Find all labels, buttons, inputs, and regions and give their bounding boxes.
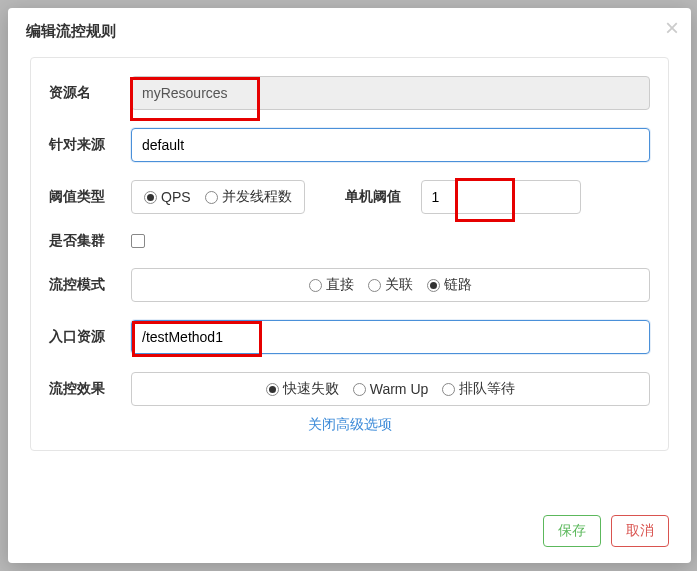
radio-dot-icon <box>205 191 218 204</box>
threshold-type-radio-group: QPS 并发线程数 <box>131 180 305 214</box>
advanced-toggle-row: 关闭高级选项 <box>49 416 650 434</box>
label-entry: 入口资源 <box>49 328 131 346</box>
row-cluster: 是否集群 <box>49 232 650 250</box>
radio-label: QPS <box>161 189 191 205</box>
radio-dot-icon <box>144 191 157 204</box>
label-single-threshold: 单机阈值 <box>345 188 401 206</box>
radio-label: Warm Up <box>370 381 429 397</box>
radio-label: 直接 <box>326 276 354 294</box>
radio-mode-direct[interactable]: 直接 <box>309 276 354 294</box>
radio-label: 并发线程数 <box>222 188 292 206</box>
radio-dot-icon <box>266 383 279 396</box>
cluster-checkbox[interactable] <box>131 234 145 248</box>
radio-label: 排队等待 <box>459 380 515 398</box>
label-origin: 针对来源 <box>49 136 131 154</box>
row-threshold: 阈值类型 QPS 并发线程数 单机阈值 <box>49 180 650 214</box>
label-mode: 流控模式 <box>49 276 131 294</box>
row-origin: 针对来源 <box>49 128 650 162</box>
edit-flow-rule-modal: 编辑流控规则 × 资源名 针对来源 阈值类型 <box>8 8 691 563</box>
row-effect: 流控效果 快速失败 Warm Up 排队等待 <box>49 372 650 406</box>
modal-header: 编辑流控规则 × <box>8 8 691 51</box>
label-cluster: 是否集群 <box>49 232 131 250</box>
mode-radio-group: 直接 关联 链路 <box>131 268 650 302</box>
radio-label: 链路 <box>444 276 472 294</box>
radio-label: 快速失败 <box>283 380 339 398</box>
modal-body: 资源名 针对来源 阈值类型 QPS <box>8 51 691 501</box>
cancel-button[interactable]: 取消 <box>611 515 669 547</box>
resource-input <box>131 76 650 110</box>
close-advanced-link[interactable]: 关闭高级选项 <box>308 416 392 432</box>
row-mode: 流控模式 直接 关联 链路 <box>49 268 650 302</box>
save-button[interactable]: 保存 <box>543 515 601 547</box>
modal-footer: 保存 取消 <box>8 501 691 563</box>
radio-dot-icon <box>427 279 440 292</box>
entry-resource-input[interactable] <box>131 320 650 354</box>
radio-dot-icon <box>309 279 322 292</box>
radio-mode-relate[interactable]: 关联 <box>368 276 413 294</box>
row-entry: 入口资源 <box>49 320 650 354</box>
effect-radio-group: 快速失败 Warm Up 排队等待 <box>131 372 650 406</box>
label-resource: 资源名 <box>49 84 131 102</box>
radio-qps[interactable]: QPS <box>144 189 191 205</box>
radio-mode-chain[interactable]: 链路 <box>427 276 472 294</box>
radio-dot-icon <box>353 383 366 396</box>
label-threshold-type: 阈值类型 <box>49 188 131 206</box>
radio-concurrent-threads[interactable]: 并发线程数 <box>205 188 292 206</box>
radio-effect-warmup[interactable]: Warm Up <box>353 381 429 397</box>
radio-dot-icon <box>368 279 381 292</box>
radio-label: 关联 <box>385 276 413 294</box>
single-threshold-input[interactable] <box>421 180 581 214</box>
close-icon[interactable]: × <box>665 16 679 40</box>
label-effect: 流控效果 <box>49 380 131 398</box>
radio-effect-queue[interactable]: 排队等待 <box>442 380 515 398</box>
origin-input[interactable] <box>131 128 650 162</box>
radio-dot-icon <box>442 383 455 396</box>
modal-title: 编辑流控规则 <box>26 22 673 41</box>
row-resource: 资源名 <box>49 76 650 110</box>
form-panel: 资源名 针对来源 阈值类型 QPS <box>30 57 669 451</box>
radio-effect-fastfail[interactable]: 快速失败 <box>266 380 339 398</box>
